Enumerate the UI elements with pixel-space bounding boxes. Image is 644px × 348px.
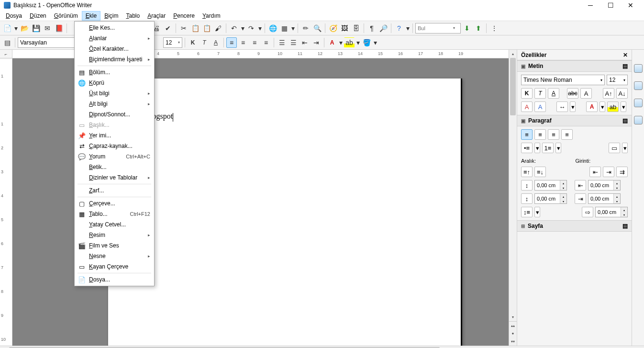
undo-button[interactable]: ↶ — [229, 23, 239, 34]
hanging-indent-icon[interactable]: ⇉ — [616, 167, 628, 177]
menu-araçlar[interactable]: Araçlar — [144, 11, 169, 21]
line-spacing-icon[interactable]: ↕≡ — [521, 207, 533, 217]
save-button[interactable]: 💾 — [31, 23, 41, 34]
bullet-list-button[interactable]: ☰ — [288, 37, 299, 48]
minimize-button[interactable]: ─ — [581, 0, 600, 10]
menu-item-alanlar[interactable]: Alanlar▸ — [76, 33, 153, 44]
italic-button[interactable]: T — [199, 37, 210, 48]
prop-spacing-arrow[interactable]: ▾ — [570, 101, 576, 112]
menu-item-yataycetvel[interactable]: Yatay Cetvel... — [76, 219, 153, 230]
nav-next-page[interactable]: ▾▾ — [509, 337, 517, 346]
prop-highlight-button[interactable]: ab — [607, 101, 619, 112]
format-paint-button[interactable]: 🖌 — [213, 23, 223, 34]
properties-close-icon[interactable]: ✕ — [623, 52, 628, 58]
menu-item-biimlendirmeareti[interactable]: Biçimlendirme İşareti▸ — [76, 54, 153, 65]
menu-item-ereve[interactable]: ▢Çerçeve... — [76, 198, 153, 209]
menu-pencere[interactable]: Pencere — [169, 11, 199, 21]
bgcolor-button[interactable]: 🪣 — [361, 37, 372, 48]
menu-yardım[interactable]: Yardım — [199, 11, 224, 21]
hscroll-right-button[interactable]: ▸ — [636, 346, 644, 348]
prop-bullets-button[interactable]: •≡ — [521, 143, 533, 153]
scroll-up-button[interactable]: ▴ — [509, 50, 517, 58]
menu-item-dosya[interactable]: 📄Dosya... — [76, 274, 153, 285]
menu-item-aprazkaynak[interactable]: ⇄Çapraz-kaynak... — [76, 141, 153, 151]
prop-bgcolor-arrow[interactable]: ▾ — [622, 143, 628, 153]
scroll-thumb[interactable] — [510, 58, 516, 115]
styles-button[interactable]: ▤ — [2, 37, 12, 48]
menu-biçim[interactable]: Biçim — [100, 11, 122, 21]
font-size-combo[interactable]: 12 ▾ — [163, 37, 182, 48]
prop-size-combo[interactable]: 12▾ — [607, 75, 628, 85]
toolbar-options-button[interactable]: ⋮ — [489, 23, 500, 34]
prop-align-left[interactable]: ≡ — [521, 129, 533, 140]
line-spacing-arrow[interactable]: ▾ — [534, 207, 540, 217]
show-draw-button[interactable]: ✏ — [300, 23, 311, 34]
text-section-header[interactable]: ▣Metin ▤ — [517, 60, 632, 72]
new-doc-arrow[interactable]: ▾ — [13, 23, 18, 34]
prop-grow-font-button[interactable]: A↑ — [603, 88, 614, 99]
cut-button[interactable]: ✂ — [178, 23, 189, 34]
menu-item-dipnotsonnot[interactable]: Dipnot/Sonnot... — [76, 109, 153, 120]
inc-space-above-icon[interactable]: ≡↑ — [521, 167, 533, 177]
font-color-arrow[interactable]: ▾ — [338, 37, 343, 48]
prop-numbers-arrow[interactable]: ▾ — [555, 143, 561, 153]
highlight-arrow[interactable]: ▾ — [355, 37, 360, 48]
menu-item-filmveses[interactable]: 🎬Film ve Ses — [76, 240, 153, 251]
dec-space-above-icon[interactable]: ≡↓ — [534, 167, 546, 177]
zoom-button[interactable]: 🔎 — [378, 23, 389, 34]
spellcheck-button[interactable]: ✔ — [163, 23, 173, 34]
numbered-list-button[interactable]: ☰ — [277, 37, 287, 48]
menu-item-dizinlervetablolar[interactable]: Dizinler ve Tablolar▸ — [76, 172, 153, 183]
paragraph-section-header[interactable]: ▣Paragraf ▤ — [517, 115, 632, 126]
vertical-scrollbar[interactable]: ▴ ▾ ▴▴ ● ▾▾ — [509, 50, 517, 346]
hyperlink-button[interactable]: 🌐 — [267, 23, 278, 34]
help-button[interactable]: ? — [394, 23, 404, 34]
find-next-button[interactable]: ⬇ — [462, 23, 472, 34]
page-section-options-icon[interactable]: ▤ — [622, 223, 628, 229]
table-button[interactable]: ▦ — [279, 23, 289, 34]
highlight-button[interactable]: ab — [344, 37, 355, 48]
prop-shadow-button[interactable]: A — [580, 88, 592, 99]
hscroll-left-button[interactable]: ◂ — [0, 346, 8, 348]
nonprinting-button[interactable]: ¶ — [366, 23, 377, 34]
bgcolor-arrow[interactable]: ▾ — [373, 37, 378, 48]
align-right-button[interactable]: ≡ — [249, 37, 260, 48]
menu-item-tablo[interactable]: ▦Tablo...Ctrl+F12 — [76, 209, 153, 219]
underline-button[interactable]: A — [211, 37, 221, 48]
prop-sub-button[interactable]: A — [534, 101, 546, 112]
copy-button[interactable]: 📋 — [190, 23, 200, 34]
indent-right-spinner[interactable]: ▴▾ — [588, 193, 621, 204]
prop-strike-button[interactable]: abc — [567, 88, 578, 99]
decrease-indent-button[interactable]: ⇤ — [300, 37, 310, 48]
nav-prev-page[interactable]: ▴▴ — [509, 321, 517, 329]
para-section-options-icon[interactable]: ▤ — [622, 117, 628, 124]
prop-shrink-font-button[interactable]: A↓ — [616, 88, 628, 99]
sidebar-gallery-icon[interactable] — [634, 99, 643, 107]
redo-arrow[interactable]: ▾ — [257, 23, 262, 34]
dec-indent-icon[interactable]: ⇤ — [589, 167, 601, 177]
prop-underline-button[interactable]: A — [548, 88, 559, 99]
prop-italic-button[interactable]: T — [534, 88, 546, 99]
prop-bold-button[interactable]: K — [521, 88, 533, 99]
find-input[interactable] — [418, 25, 451, 31]
menu-item-yerimi[interactable]: 📌Yer imi... — [76, 130, 153, 141]
email-button[interactable]: ✉ — [42, 23, 53, 34]
menu-item-kpr[interactable]: 🌐Köprü — [76, 78, 153, 88]
menu-ekle[interactable]: Ekle — [82, 11, 100, 21]
maximize-button[interactable]: ☐ — [601, 0, 620, 10]
menu-item-yorum[interactable]: 💬YorumCtrl+Alt+C — [76, 151, 153, 162]
indent-left-spinner[interactable]: ▴▾ — [588, 180, 621, 191]
new-doc-button[interactable]: 📄 — [2, 23, 12, 34]
bold-button[interactable]: K — [188, 37, 198, 48]
horizontal-scrollbar[interactable]: ◂ ▸ — [0, 346, 644, 348]
prop-align-center[interactable]: ≡ — [534, 129, 546, 140]
prop-spacing-button[interactable]: ↔ — [556, 101, 568, 112]
menu-görünüm[interactable]: Görünüm — [50, 11, 82, 21]
undo-arrow[interactable]: ▾ — [240, 23, 245, 34]
prop-bgcolor-button[interactable]: ▭ — [609, 143, 620, 153]
navigator-button[interactable]: 🧭 — [328, 23, 338, 34]
open-button[interactable]: 📂 — [19, 23, 30, 34]
help-arrow[interactable]: ▾ — [405, 23, 410, 34]
inc-indent-icon[interactable]: ⇥ — [603, 167, 614, 177]
menu-item-zelkarakter[interactable]: Özel Karakter... — [76, 44, 153, 54]
